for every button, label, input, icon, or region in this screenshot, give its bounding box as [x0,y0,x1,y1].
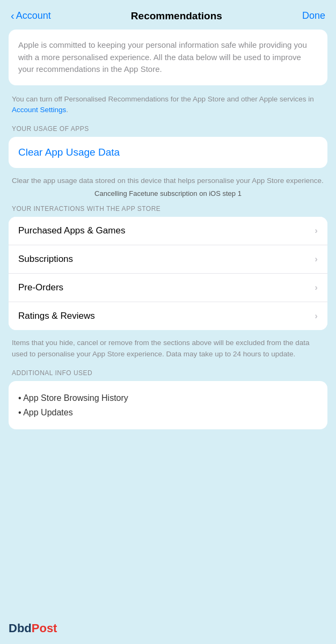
bullet-browsing-history: • App Store Browsing History [18,391,318,405]
main-content: Apple is committed to keeping your perso… [0,30,336,429]
back-label: Account [16,10,51,21]
done-button[interactable]: Done [302,10,325,21]
additional-section-header: ADDITIONAL INFO USED [9,369,327,381]
intro-card: Apple is committed to keeping your perso… [9,30,327,85]
bullet-app-updates: • App Updates [18,405,318,420]
preorders-chevron-icon: › [315,282,318,293]
screen: ‹ Account Recommendations Done Apple is … [0,0,336,644]
list-item-subscriptions[interactable]: Subscriptions › [9,245,327,274]
subscriptions-label: Subscriptions [18,254,73,265]
interactions-footer: Items that you hide, cancel or remove fr… [9,335,327,360]
preorders-label: Pre-Orders [18,282,63,293]
account-settings-suffix: . [66,106,68,114]
usage-section-header: YOUR USAGE OF APPS [9,125,327,137]
interactions-section-header: YOUR INTERACTIONS WITH THE APP STORE [9,205,327,217]
list-item-preorders[interactable]: Pre-Orders › [9,274,327,302]
page-title: Recommendations [131,10,222,22]
back-button[interactable]: ‹ Account [11,10,51,22]
account-settings-prefix: You can turn off Personalised Recommenda… [12,95,314,103]
watermark: DbdPost [9,621,57,635]
ratings-chevron-icon: › [315,311,318,321]
account-settings-link[interactable]: Account Settings [12,106,66,114]
clear-usage-subtext: Clear the app usage data stored on this … [9,172,327,186]
purchased-chevron-icon: › [315,225,318,236]
back-chevron-icon: ‹ [11,10,14,22]
account-settings-info: You can turn off Personalised Recommenda… [9,91,327,116]
purchased-label: Purchased Apps & Games [18,225,125,236]
clear-app-usage-button[interactable]: Clear App Usage Data [18,147,120,158]
interactions-list: Purchased Apps & Games › Subscriptions ›… [9,217,327,330]
list-item-purchased[interactable]: Purchased Apps & Games › [9,217,327,245]
step-annotation: Cancelling Facetune subscription on iOS … [9,189,327,197]
additional-info-card: • App Store Browsing History • App Updat… [9,381,327,429]
intro-text: Apple is committed to keeping your perso… [18,39,318,76]
watermark-post: Post [32,621,57,635]
subscriptions-chevron-icon: › [315,254,318,265]
watermark-dbd: Dbd [9,621,32,635]
ratings-label: Ratings & Reviews [18,311,95,321]
list-item-ratings[interactable]: Ratings & Reviews › [9,302,327,330]
clear-app-usage-card: Clear App Usage Data [9,137,327,168]
nav-bar: ‹ Account Recommendations Done [0,0,336,30]
